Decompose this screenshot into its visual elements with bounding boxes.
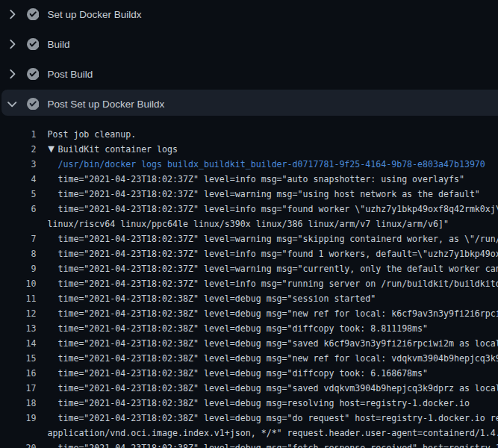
log-line-text: time="2021-04-23T18:02:38Z" level=debug … xyxy=(48,441,498,448)
log-line-number[interactable]: 19 xyxy=(0,411,37,426)
log-line-number[interactable]: 11 xyxy=(0,291,37,306)
log-line-text: linux/riscv64 linux/ppc64le linux/s390x … xyxy=(48,217,449,231)
log-line: 20 time="2021-04-23T18:02:38Z" level=deb… xyxy=(0,441,498,448)
log-line: 3 /usr/bin/docker logs buildx_buildkit_b… xyxy=(0,157,498,172)
log-line: 16 time="2021-04-23T18:02:38Z" level=deb… xyxy=(0,366,498,381)
log-line-text: time="2021-04-23T18:02:38Z" level=debug … xyxy=(48,396,470,411)
log-line-text: BuildKit container logs xyxy=(57,142,178,157)
step-label: Post Build xyxy=(48,60,93,90)
log-line-number[interactable]: 8 xyxy=(0,246,37,261)
log-line-text: time="2021-04-23T18:02:38Z" level=debug … xyxy=(48,306,498,321)
log-line-text: time="2021-04-23T18:02:37Z" level=info m… xyxy=(48,202,498,217)
log-line: 4 time="2021-04-23T18:02:37Z" level=info… xyxy=(0,172,498,187)
log-line: 17 time="2021-04-23T18:02:38Z" level=deb… xyxy=(0,381,498,396)
log-line-number[interactable]: 1 xyxy=(0,127,37,142)
log-line: 19 time="2021-04-23T18:02:38Z" level=deb… xyxy=(0,411,498,426)
group-toggle-icon[interactable]: ▼ xyxy=(48,142,58,157)
log-line: application/vnd.oci.image.index.v1+json,… xyxy=(0,426,498,441)
log-line-text: /usr/bin/docker logs buildx_buildkit_bui… xyxy=(48,157,485,172)
log-line-text: time="2021-04-23T18:02:37Z" level=info m… xyxy=(48,276,498,291)
check-circle-icon xyxy=(27,98,40,111)
log-line-number[interactable]: 4 xyxy=(0,172,37,187)
log-line-number[interactable]: 20 xyxy=(0,441,37,448)
log-line-text: time="2021-04-23T18:02:37Z" level=warnin… xyxy=(48,231,498,246)
log-line: 11 time="2021-04-23T18:02:38Z" level=deb… xyxy=(0,291,498,306)
steps-list: Set up Docker Buildx Build xyxy=(0,0,498,119)
chevron-down-icon xyxy=(0,90,25,119)
chevron-right-icon xyxy=(0,0,25,30)
log-line-number[interactable]: 9 xyxy=(0,261,37,276)
log-line-text: time="2021-04-23T18:02:38Z" level=debug … xyxy=(48,351,498,366)
step-label: Build xyxy=(48,30,70,60)
log-line-number[interactable]: 14 xyxy=(0,336,37,351)
log-line: 7 time="2021-04-23T18:02:37Z" level=warn… xyxy=(0,231,498,246)
log-line-number[interactable] xyxy=(0,217,37,231)
log-line: 18 time="2021-04-23T18:02:38Z" level=deb… xyxy=(0,396,498,411)
step-label: Post Set up Docker Buildx xyxy=(48,90,165,119)
log-line-text: time="2021-04-23T18:02:38Z" level=debug … xyxy=(48,321,429,336)
log-line: 13 time="2021-04-23T18:02:38Z" level=deb… xyxy=(0,321,498,336)
log-line: 14 time="2021-04-23T18:02:38Z" level=deb… xyxy=(0,336,498,351)
log-line-text: time="2021-04-23T18:02:37Z" level=warnin… xyxy=(48,261,498,276)
log-line-number[interactable]: 2 xyxy=(0,142,37,157)
log-line-text: time="2021-04-23T18:02:37Z" level=warnin… xyxy=(48,187,480,202)
log-line-number[interactable]: 10 xyxy=(0,276,37,291)
check-circle-icon xyxy=(27,8,40,21)
log-line: 15 time="2021-04-23T18:02:38Z" level=deb… xyxy=(0,351,498,366)
log-line-number[interactable]: 15 xyxy=(0,351,37,366)
chevron-right-icon xyxy=(0,60,25,90)
log-line-text: time="2021-04-23T18:02:38Z" level=debug … xyxy=(48,366,429,381)
actions-log-viewer: { "colors": { "background": "#0a0e14", "… xyxy=(0,0,498,448)
log-line-text: time="2021-04-23T18:02:38Z" level=debug … xyxy=(48,291,376,306)
step-row-3[interactable]: Post Set up Docker Buildx xyxy=(0,90,498,119)
log-line-number[interactable]: 17 xyxy=(0,381,37,396)
log-panel: 1 Post job cleanup. 2 ▼BuildKit containe… xyxy=(0,119,498,448)
log-line-text: time="2021-04-23T18:02:38Z" level=debug … xyxy=(48,381,498,396)
log-line-text: application/vnd.oci.image.index.v1+json,… xyxy=(48,426,498,441)
log-line: 12 time="2021-04-23T18:02:38Z" level=deb… xyxy=(0,306,498,321)
log-line-text: time="2021-04-23T18:02:37Z" level=info m… xyxy=(48,172,464,187)
log-line-number[interactable]: 18 xyxy=(0,396,37,411)
step-label: Set up Docker Buildx xyxy=(48,0,142,30)
log-line-text: time="2021-04-23T18:02:37Z" level=info m… xyxy=(48,246,498,261)
step-row-2[interactable]: Post Build xyxy=(0,60,498,90)
log-line-number[interactable]: 3 xyxy=(0,157,37,172)
log-line-text: time="2021-04-23T18:02:38Z" level=debug … xyxy=(48,411,498,426)
step-row-0[interactable]: Set up Docker Buildx xyxy=(0,0,498,30)
log-line: 1 Post job cleanup. xyxy=(0,127,498,142)
log-line-number[interactable]: 5 xyxy=(0,187,37,202)
log-line: 2 ▼BuildKit container logs xyxy=(0,142,498,157)
log-line-number[interactable]: 7 xyxy=(0,231,37,246)
check-circle-icon xyxy=(27,68,40,81)
log-line-text: Post job cleanup. xyxy=(48,127,137,142)
log-line-text: time="2021-04-23T18:02:38Z" level=debug … xyxy=(48,336,498,351)
chevron-right-icon xyxy=(0,30,25,60)
log-line: 10 time="2021-04-23T18:02:37Z" level=inf… xyxy=(0,276,498,291)
log-line: 6 time="2021-04-23T18:02:37Z" level=info… xyxy=(0,202,498,217)
log-line-number[interactable]: 6 xyxy=(0,202,37,217)
log-line-number[interactable]: 13 xyxy=(0,321,37,336)
log-line: linux/riscv64 linux/ppc64le linux/s390x … xyxy=(0,217,498,231)
log-line-number[interactable]: 12 xyxy=(0,306,37,321)
check-circle-icon xyxy=(27,38,40,51)
log-line: 9 time="2021-04-23T18:02:37Z" level=warn… xyxy=(0,261,498,276)
step-row-1[interactable]: Build xyxy=(0,30,498,60)
log-line-number[interactable]: 16 xyxy=(0,366,37,381)
log-line: 5 time="2021-04-23T18:02:37Z" level=warn… xyxy=(0,187,498,202)
log-line: 8 time="2021-04-23T18:02:37Z" level=info… xyxy=(0,246,498,261)
log-line-number[interactable] xyxy=(0,426,37,441)
